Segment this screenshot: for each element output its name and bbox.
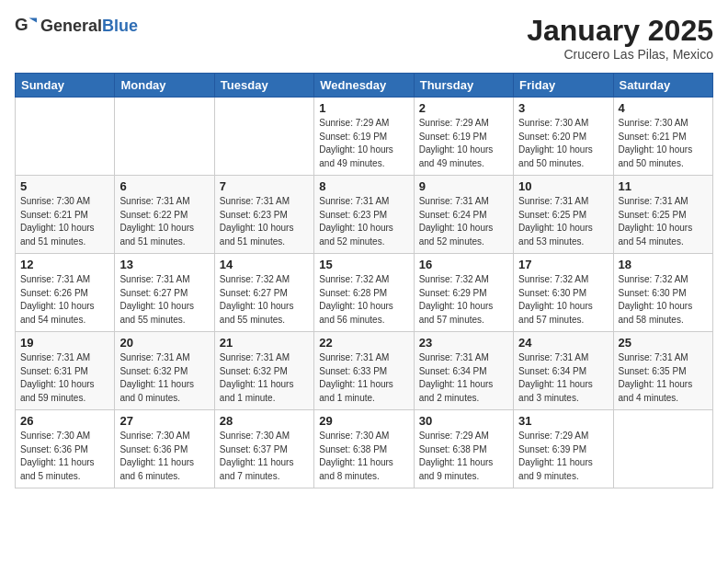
day-number: 10 [518, 179, 608, 193]
day-number: 5 [20, 179, 109, 193]
weekday-header: Saturday [613, 74, 712, 98]
day-content: Sunrise: 7:32 AM Sunset: 6:30 PM Dayligh… [619, 273, 708, 327]
day-number: 13 [119, 258, 209, 271]
weekday-header: Thursday [414, 74, 513, 98]
calendar-cell: 5Sunrise: 7:30 AM Sunset: 6:21 PM Daylig… [16, 176, 115, 254]
calendar-cell: 29Sunrise: 7:30 AM Sunset: 6:38 PM Dayli… [314, 410, 414, 488]
day-number: 4 [619, 101, 708, 115]
day-number: 22 [319, 336, 408, 350]
day-number: 12 [20, 258, 109, 271]
day-content: Sunrise: 7:31 AM Sunset: 6:25 PM Dayligh… [518, 195, 608, 248]
logo-text-general: General [40, 17, 102, 35]
day-content: Sunrise: 7:31 AM Sunset: 6:23 PM Dayligh… [319, 195, 408, 248]
day-number: 1 [319, 101, 408, 115]
page-header: G GeneralBlue January 2025 Crucero Las P… [15, 15, 713, 62]
day-content: Sunrise: 7:31 AM Sunset: 6:27 PM Dayligh… [119, 273, 209, 327]
day-content: Sunrise: 7:31 AM Sunset: 6:34 PM Dayligh… [518, 351, 608, 405]
calendar-cell [115, 98, 214, 176]
day-content: Sunrise: 7:29 AM Sunset: 6:39 PM Dayligh… [518, 430, 608, 483]
day-content: Sunrise: 7:29 AM Sunset: 6:38 PM Dayligh… [419, 430, 508, 483]
logo-text-blue: Blue [102, 17, 138, 35]
day-number: 29 [319, 414, 408, 428]
day-content: Sunrise: 7:32 AM Sunset: 6:27 PM Dayligh… [220, 273, 309, 327]
day-content: Sunrise: 7:32 AM Sunset: 6:30 PM Dayligh… [518, 273, 608, 327]
day-content: Sunrise: 7:31 AM Sunset: 6:25 PM Dayligh… [619, 195, 708, 248]
calendar-week-row: 1Sunrise: 7:29 AM Sunset: 6:19 PM Daylig… [16, 98, 713, 176]
calendar-cell: 27Sunrise: 7:30 AM Sunset: 6:36 PM Dayli… [115, 410, 214, 488]
calendar-cell: 24Sunrise: 7:31 AM Sunset: 6:34 PM Dayli… [514, 332, 613, 410]
calendar-week-row: 19Sunrise: 7:31 AM Sunset: 6:31 PM Dayli… [16, 332, 713, 410]
day-number: 20 [119, 336, 209, 350]
day-content: Sunrise: 7:29 AM Sunset: 6:19 PM Dayligh… [419, 117, 508, 170]
calendar-cell: 12Sunrise: 7:31 AM Sunset: 6:26 PM Dayli… [16, 254, 115, 332]
day-content: Sunrise: 7:31 AM Sunset: 6:35 PM Dayligh… [619, 351, 708, 405]
day-content: Sunrise: 7:31 AM Sunset: 6:32 PM Dayligh… [119, 351, 209, 405]
calendar-cell: 28Sunrise: 7:30 AM Sunset: 6:37 PM Dayli… [214, 410, 313, 488]
day-number: 24 [518, 336, 608, 350]
title-block: January 2025 Crucero Las Pilas, Mexico [527, 15, 713, 62]
weekday-header: Tuesday [214, 74, 313, 98]
day-number: 17 [518, 258, 608, 271]
calendar-table: SundayMondayTuesdayWednesdayThursdayFrid… [15, 73, 713, 488]
calendar-cell: 19Sunrise: 7:31 AM Sunset: 6:31 PM Dayli… [16, 332, 115, 410]
day-number: 7 [220, 179, 309, 193]
calendar-cell: 17Sunrise: 7:32 AM Sunset: 6:30 PM Dayli… [514, 254, 613, 332]
day-number: 27 [119, 414, 209, 428]
day-number: 16 [419, 258, 508, 271]
weekday-header: Monday [115, 74, 214, 98]
day-content: Sunrise: 7:30 AM Sunset: 6:38 PM Dayligh… [319, 430, 408, 483]
calendar-cell [214, 98, 313, 176]
day-number: 31 [518, 414, 608, 428]
calendar-cell: 11Sunrise: 7:31 AM Sunset: 6:25 PM Dayli… [613, 176, 712, 254]
day-number: 25 [619, 336, 708, 350]
day-number: 19 [20, 336, 109, 350]
calendar-cell [16, 98, 115, 176]
day-content: Sunrise: 7:30 AM Sunset: 6:21 PM Dayligh… [619, 117, 708, 170]
day-content: Sunrise: 7:30 AM Sunset: 6:36 PM Dayligh… [119, 430, 209, 483]
day-number: 26 [20, 414, 109, 428]
calendar-cell: 3Sunrise: 7:30 AM Sunset: 6:20 PM Daylig… [514, 98, 613, 176]
day-number: 15 [319, 258, 408, 271]
day-number: 21 [220, 336, 309, 350]
day-content: Sunrise: 7:32 AM Sunset: 6:29 PM Dayligh… [419, 273, 508, 327]
svg-marker-1 [28, 17, 37, 22]
day-number: 18 [619, 258, 708, 271]
calendar-cell: 30Sunrise: 7:29 AM Sunset: 6:38 PM Dayli… [414, 410, 513, 488]
calendar-cell: 6Sunrise: 7:31 AM Sunset: 6:22 PM Daylig… [115, 176, 214, 254]
day-number: 9 [419, 179, 508, 193]
day-number: 11 [619, 179, 708, 193]
weekday-header: Wednesday [314, 74, 414, 98]
calendar-cell: 13Sunrise: 7:31 AM Sunset: 6:27 PM Dayli… [115, 254, 214, 332]
calendar-cell: 18Sunrise: 7:32 AM Sunset: 6:30 PM Dayli… [613, 254, 712, 332]
location-title: Crucero Las Pilas, Mexico [527, 47, 713, 62]
logo: G GeneralBlue [15, 15, 138, 37]
calendar-cell: 14Sunrise: 7:32 AM Sunset: 6:27 PM Dayli… [214, 254, 313, 332]
day-content: Sunrise: 7:31 AM Sunset: 6:33 PM Dayligh… [319, 351, 408, 405]
calendar-week-row: 5Sunrise: 7:30 AM Sunset: 6:21 PM Daylig… [16, 176, 713, 254]
day-content: Sunrise: 7:32 AM Sunset: 6:28 PM Dayligh… [319, 273, 408, 327]
calendar-cell: 31Sunrise: 7:29 AM Sunset: 6:39 PM Dayli… [514, 410, 613, 488]
calendar-cell: 9Sunrise: 7:31 AM Sunset: 6:24 PM Daylig… [414, 176, 513, 254]
month-title: January 2025 [527, 15, 713, 47]
weekday-header: Sunday [16, 74, 115, 98]
day-content: Sunrise: 7:30 AM Sunset: 6:20 PM Dayligh… [518, 117, 608, 170]
day-number: 2 [419, 101, 508, 115]
calendar-cell: 26Sunrise: 7:30 AM Sunset: 6:36 PM Dayli… [16, 410, 115, 488]
calendar-cell: 23Sunrise: 7:31 AM Sunset: 6:34 PM Dayli… [414, 332, 513, 410]
calendar-cell: 22Sunrise: 7:31 AM Sunset: 6:33 PM Dayli… [314, 332, 414, 410]
day-number: 6 [119, 179, 209, 193]
day-content: Sunrise: 7:31 AM Sunset: 6:31 PM Dayligh… [20, 351, 109, 405]
day-number: 8 [319, 179, 408, 193]
calendar-week-row: 12Sunrise: 7:31 AM Sunset: 6:26 PM Dayli… [16, 254, 713, 332]
day-content: Sunrise: 7:30 AM Sunset: 6:21 PM Dayligh… [20, 195, 109, 248]
calendar-cell: 21Sunrise: 7:31 AM Sunset: 6:32 PM Dayli… [214, 332, 313, 410]
calendar-cell: 20Sunrise: 7:31 AM Sunset: 6:32 PM Dayli… [115, 332, 214, 410]
svg-text:G: G [15, 15, 28, 34]
day-number: 14 [220, 258, 309, 271]
calendar-cell: 25Sunrise: 7:31 AM Sunset: 6:35 PM Dayli… [613, 332, 712, 410]
calendar-cell: 2Sunrise: 7:29 AM Sunset: 6:19 PM Daylig… [414, 98, 513, 176]
day-content: Sunrise: 7:31 AM Sunset: 6:22 PM Dayligh… [119, 195, 209, 248]
calendar-cell: 16Sunrise: 7:32 AM Sunset: 6:29 PM Dayli… [414, 254, 513, 332]
day-content: Sunrise: 7:31 AM Sunset: 6:23 PM Dayligh… [220, 195, 309, 248]
day-content: Sunrise: 7:30 AM Sunset: 6:37 PM Dayligh… [220, 430, 309, 483]
